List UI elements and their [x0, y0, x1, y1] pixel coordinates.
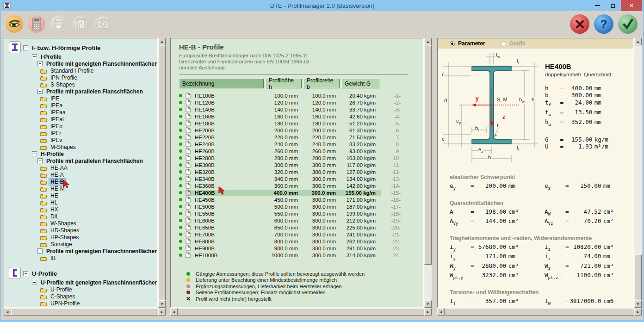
table-row-he900b[interactable]: HE900B900.0 mm300.0 mm291.00 kg/m-23- — [179, 245, 419, 252]
tree-item-hx[interactable]: HX — [9, 206, 156, 213]
column-header-bezeichnung[interactable]: Bezeichnung — [179, 79, 264, 88]
scroll-up-button[interactable]: ▲ — [158, 38, 166, 45]
table-row-he140b[interactable]: HE140B140.0 mm140.0 mm33.70 kg/m-3- — [179, 106, 419, 113]
table-row-he650b[interactable]: HE650B650.0 mm300.0 mm225.00 kg/m-20- — [179, 224, 419, 231]
scroll-thumb[interactable] — [634, 254, 642, 300]
scroll-down-button[interactable]: ▼ — [634, 300, 642, 308]
close-button[interactable]: ✕ — [621, 0, 642, 11]
tree-item-ipeaa[interactable]: IPEaa — [9, 109, 156, 116]
scroll-thumb[interactable] — [424, 45, 432, 265]
tree-item-profile-mit-parallelen-flanschfl-chen[interactable]: Profile mit parallelen Flanschflächen — [9, 157, 156, 164]
table-row-he550b[interactable]: HE550B550.0 mm300.0 mm199.00 kg/m-18- — [179, 210, 419, 217]
scroll-up-button[interactable]: ▲ — [424, 38, 432, 45]
column-header-profilbreite[interactable]: Profilbreite b — [303, 79, 340, 88]
tree-item-profile-mit-parallelen-flanschfl-chen[interactable]: Profile mit parallelen Flanschflächen — [9, 88, 156, 95]
table-row-he280b[interactable]: HE280B280.0 mm280.0 mm103.00 kg/m-10- — [179, 155, 419, 161]
column-header-profilhoehe[interactable]: Profilhöhe h — [266, 79, 302, 88]
scroll-thumb[interactable] — [158, 45, 166, 300]
scroll-up-button[interactable]: ▲ — [634, 38, 642, 45]
tree-item-ipe[interactable]: IPE — [9, 95, 156, 102]
collapse-icon[interactable] — [23, 45, 28, 50]
table-row-he120b[interactable]: HE120B120.0 mm120.0 mm26.70 kg/m-2- — [179, 99, 419, 106]
table-row-he360b[interactable]: HE360B360.0 mm300.0 mm142.00 kg/m-14- — [179, 182, 419, 189]
table-row-he400b[interactable]: HE400B400.0 mm300.0 mm155.00 kg/m-15- — [179, 189, 419, 196]
tree-item-s-shapes[interactable]: S-Shapes — [9, 81, 156, 88]
table-row-he160b[interactable]: HE160B160.0 mm160.0 mm42.60 kg/m-4- — [179, 113, 419, 120]
scroll-thumb[interactable] — [11, 308, 158, 316]
tree-item-ipev[interactable]: IPEv — [9, 136, 156, 143]
calculator-icon[interactable] — [28, 15, 45, 33]
scroll-down-button[interactable]: ▼ — [158, 300, 166, 308]
scroll-right-button[interactable]: ► — [634, 308, 642, 316]
help-button[interactable]: ? — [594, 14, 613, 34]
table-row-he300b[interactable]: HE300B300.0 mm300.0 mm117.00 kg/m-11- — [179, 161, 419, 168]
scroll-down-button[interactable]: ▼ — [424, 300, 432, 308]
tree-item-dil[interactable]: DiL — [9, 213, 156, 220]
tree-item-u-profile[interactable]: U-Profile — [9, 268, 156, 279]
tree-item-he[interactable]: HE — [9, 192, 156, 199]
scroll-left-button[interactable]: ◄ — [437, 308, 445, 316]
scroll-thumb[interactable] — [178, 308, 424, 316]
table-row-he500b[interactable]: HE500B500.0 mm300.0 mm187.00 kg/m-17- — [179, 203, 419, 210]
tree-item-hl[interactable]: HL — [9, 199, 156, 206]
tree-item-u-profile-mit-geneigten-flanschinnenfl-chen[interactable]: U-Profile mit geneigten Flanschinnenfläc… — [9, 279, 156, 286]
scroll-thumb[interactable] — [445, 308, 634, 316]
maximize-button[interactable] — [605, 0, 621, 11]
tree-item-i-bzw-h-f-rmige-profile[interactable]: I- bzw. H-förmige Profile — [9, 42, 156, 53]
collapse-icon[interactable] — [37, 158, 43, 163]
scroll-left-button[interactable]: ◄ — [4, 308, 11, 316]
table-row-he220b[interactable]: HE220B220.0 mm220.0 mm71.50 kg/m-7- — [179, 134, 419, 141]
collapse-icon[interactable] — [32, 54, 37, 59]
tree-item-ipeo[interactable]: IPEo — [9, 123, 156, 130]
tree-item-ib[interactable]: IB — [9, 254, 156, 261]
scroll-left-button[interactable]: ◄ — [170, 308, 178, 316]
collapse-icon[interactable] — [37, 61, 43, 66]
tree-item-i-profile[interactable]: I-Profile — [9, 53, 156, 60]
collapse-icon[interactable] — [37, 248, 43, 254]
tree-item-ipeal[interactable]: IPEal — [9, 116, 156, 123]
table-row-he450b[interactable]: HE450B450.0 mm300.0 mm171.00 kg/m-16- — [179, 196, 419, 203]
table-row-he600b[interactable]: HE600B600.0 mm300.0 mm212.00 kg/m-19- — [179, 217, 419, 224]
column-header-gewicht[interactable]: Gewicht G — [341, 79, 379, 88]
table-row-he340b[interactable]: HE340B340.0 mm300.0 mm134.00 kg/m-13- — [179, 175, 419, 182]
tree-item-u-profile[interactable]: U-Profile — [9, 286, 156, 293]
view-eye-icon[interactable] — [6, 15, 23, 33]
table-row-he260b[interactable]: HE260B260.0 mm260.0 mm93.00 kg/m-9- — [179, 148, 419, 155]
table-row-he1000b[interactable]: HE1000B1000.0 mm300.0 mm314.00 kg/m-24- — [179, 252, 419, 259]
tree-item-ipea[interactable]: IPEa — [9, 102, 156, 109]
tree-item-profile-mit-geneigten-flanschinnenfl-chen[interactable]: Profile mit geneigten Flanschinnenfläche… — [9, 60, 156, 67]
tree-item-h-profile[interactable]: H-Profile — [9, 150, 156, 157]
tree-item-he-aa[interactable]: HE-AA — [9, 164, 156, 171]
tree-item-hd-shapes[interactable]: HD-Shapes — [9, 227, 156, 234]
table-row-he180b[interactable]: HE180B180.0 mm180.0 mm51.20 kg/m-5- — [179, 120, 419, 127]
tree-item-standard-i-profile[interactable]: Standard I-Profile — [9, 67, 156, 74]
tree-item-ipn-profile[interactable]: IPN-Profile — [9, 74, 156, 81]
tree-item-hp-shapes[interactable]: HP-Shapes — [9, 234, 156, 241]
tree-item-upn-profile[interactable]: UPN-Profile — [9, 300, 156, 307]
collapse-icon[interactable] — [32, 280, 37, 285]
tree-item-sonstige[interactable]: Sonstige — [9, 241, 156, 248]
tab-parameter[interactable]: Parameter — [450, 40, 485, 47]
cancel-button[interactable] — [570, 14, 589, 34]
table-row-he700b[interactable]: HE700B700.0 mm300.0 mm241.00 kg/m-21- — [179, 231, 419, 238]
table-row-he240b[interactable]: HE240B240.0 mm240.0 mm83.20 kg/m-8- — [179, 141, 419, 148]
tree-item-c-shapes[interactable]: C-Shapes — [9, 293, 156, 300]
tree-item-w-shapes[interactable]: W-Shapes — [9, 220, 156, 227]
collapse-icon[interactable] — [37, 89, 43, 94]
tree-item-he-a[interactable]: HE-A — [9, 171, 156, 178]
tree-item-profile-mit-geneigten-flanschinnenfl-chen[interactable]: Profile mit geneigten Flanschinnenfläche… — [9, 248, 156, 254]
ok-button[interactable] — [618, 14, 638, 34]
scroll-right-button[interactable]: ► — [158, 308, 166, 316]
collapse-icon[interactable] — [32, 151, 37, 156]
tree-item-m-shapes[interactable]: M-Shapes — [9, 143, 156, 150]
table-row-he200b[interactable]: HE200B200.0 mm200.0 mm61.30 kg/m-6- — [179, 127, 419, 134]
scroll-right-button[interactable]: ► — [424, 308, 432, 316]
table-row-he800b[interactable]: HE800B800.0 mm300.0 mm262.00 kg/m-22- — [179, 238, 419, 245]
table-row-he100b[interactable]: HE100B100.0 mm100.0 mm20.40 kg/m-1- — [179, 92, 419, 99]
collapse-icon[interactable] — [23, 271, 28, 276]
minimize-button[interactable] — [589, 0, 605, 11]
tree-item-he-b[interactable]: HE-B — [9, 178, 156, 185]
tree-item-iper[interactable]: IPEr — [9, 130, 156, 136]
table-row-he320b[interactable]: HE320B320.0 mm300.0 mm127.00 kg/m-12- — [179, 168, 419, 175]
tree-item-he-m[interactable]: HE-M — [9, 185, 156, 192]
